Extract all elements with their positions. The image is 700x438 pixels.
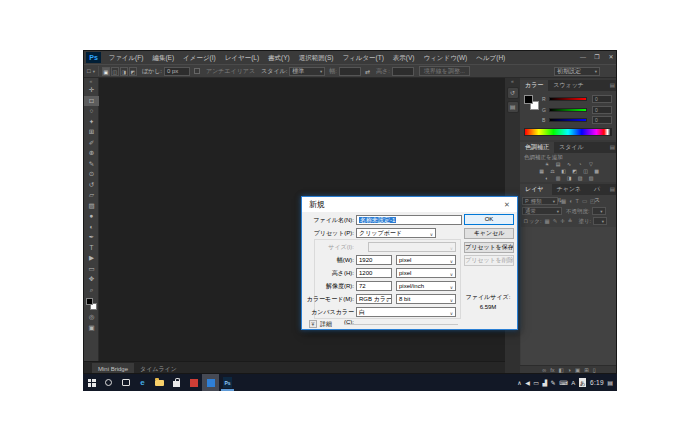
- file-explorer-icon[interactable]: [151, 374, 168, 391]
- tray-ime-pad-icon[interactable]: ⌨: [559, 379, 568, 387]
- menu-window[interactable]: ウィンドウ(W): [419, 51, 472, 64]
- tab-channels[interactable]: チャンネル: [552, 184, 589, 195]
- menu-filter[interactable]: フィルター(T): [338, 51, 388, 64]
- cancel-button[interactable]: キャンセル: [464, 228, 514, 239]
- menu-select[interactable]: 選択範囲(S): [294, 51, 338, 64]
- toolbar-collapse-button[interactable]: «: [84, 78, 98, 85]
- add-layer-mask-icon[interactable]: ◧: [558, 366, 563, 374]
- photoshop-active-icon[interactable]: [202, 374, 219, 391]
- channel-slider[interactable]: [549, 118, 587, 122]
- width-unit-dropdown[interactable]: pixel∨: [396, 255, 456, 265]
- height-unit-dropdown[interactable]: pixel∨: [396, 268, 456, 278]
- hand-tool[interactable]: ✥: [84, 274, 99, 285]
- dialog-close-button[interactable]: ✕: [499, 198, 515, 211]
- tray-chevron-up-icon[interactable]: ∧: [517, 379, 521, 387]
- advanced-expander-icon[interactable]: ¥: [309, 320, 317, 328]
- channel-value-input[interactable]: 0: [592, 106, 612, 114]
- resolution-unit-dropdown[interactable]: pixel/inch∨: [396, 281, 456, 291]
- start-button[interactable]: [83, 374, 100, 391]
- antialias-checkbox[interactable]: [194, 68, 200, 74]
- panel-menu-icon[interactable]: ▤: [610, 80, 617, 91]
- resolution-input[interactable]: 72: [356, 281, 392, 291]
- tray-pen-icon[interactable]: ✎: [551, 379, 556, 387]
- minimize-button[interactable]: —: [576, 51, 590, 64]
- channel-slider[interactable]: [549, 108, 587, 112]
- height-input[interactable]: [392, 67, 414, 76]
- tab-mini-bridge[interactable]: Mini Bridge: [92, 363, 134, 374]
- task-view-button[interactable]: [117, 374, 134, 391]
- zoom-tool[interactable]: ⌕: [84, 285, 99, 296]
- menu-edit[interactable]: 編集(E): [148, 51, 179, 64]
- panel-menu-icon[interactable]: ▤: [610, 184, 617, 195]
- restore-button[interactable]: ❐: [590, 51, 604, 64]
- new-layer-icon[interactable]: ⊞: [584, 366, 589, 374]
- photoshop-pinned-icon[interactable]: Ps: [219, 374, 236, 391]
- gradient-tool[interactable]: ▨: [84, 201, 99, 212]
- subtract-from-selection-icon[interactable]: ◨: [120, 67, 128, 76]
- tray-network-icon[interactable]: ▟: [542, 379, 547, 387]
- adj-brightness-contrast-icon[interactable]: ☀: [543, 161, 552, 167]
- adj-levels-icon[interactable]: ▤: [554, 161, 563, 167]
- style-dropdown[interactable]: 標準 ▾: [289, 67, 325, 76]
- filter-pixel-layers-icon[interactable]: ▦: [561, 198, 566, 204]
- path-selection-tool[interactable]: ▶: [84, 253, 99, 264]
- opacity-input[interactable]: ▾: [592, 207, 606, 215]
- strip-collapse-button[interactable]: «: [505, 78, 520, 85]
- tab-swatches[interactable]: スウォッチ: [548, 80, 589, 91]
- healing-brush-tool[interactable]: ⊕: [84, 148, 99, 159]
- brush-tool[interactable]: ✎: [84, 159, 99, 170]
- channel-slider[interactable]: [549, 97, 587, 101]
- menu-layer[interactable]: レイヤー(L): [220, 51, 263, 64]
- tool-preset-picker[interactable]: □ ▾: [87, 68, 95, 74]
- lock-image-icon[interactable]: ✎: [553, 218, 558, 224]
- new-adjustment-layer-icon[interactable]: ◑: [568, 366, 571, 374]
- tab-layers[interactable]: レイヤー: [520, 184, 552, 195]
- tab-adjustments[interactable]: 色調補正: [520, 142, 554, 153]
- tab-color[interactable]: カラー: [520, 80, 548, 91]
- panel-menu-icon[interactable]: ▤: [610, 142, 617, 153]
- store-icon[interactable]: [168, 374, 185, 391]
- adj-curves-icon[interactable]: ∿: [565, 161, 574, 167]
- tray-volume-icon[interactable]: ◀: [525, 379, 530, 387]
- clone-stamp-tool[interactable]: ⊙: [84, 169, 99, 180]
- collapsed-minibridge-panel-button[interactable]: ▤: [507, 101, 519, 113]
- preset-dropdown[interactable]: クリップボード∨: [356, 228, 436, 238]
- panel-foreground-swatch[interactable]: [524, 95, 533, 104]
- feather-input[interactable]: 0 px: [164, 67, 190, 76]
- menu-image[interactable]: イメージ(I): [179, 51, 221, 64]
- close-button[interactable]: ✕: [604, 51, 617, 64]
- blend-mode-dropdown[interactable]: 通常 ▾: [522, 207, 562, 215]
- bitdepth-dropdown[interactable]: 8 bit∨: [396, 294, 456, 304]
- foreground-color-swatch[interactable]: [86, 298, 93, 305]
- tray-clock[interactable]: 6:19: [590, 379, 604, 387]
- crop-tool[interactable]: ⊞: [84, 127, 99, 138]
- delete-layer-icon[interactable]: ▯: [593, 366, 596, 374]
- quick-selection-tool[interactable]: ✦: [84, 117, 99, 128]
- new-group-icon[interactable]: ▣: [575, 366, 580, 374]
- adj-posterize-icon[interactable]: ▥: [554, 175, 563, 181]
- rectangular-marquee-tool[interactable]: □: [84, 96, 99, 107]
- colormode-dropdown[interactable]: RGB カラー∨: [356, 294, 392, 304]
- tab-timeline[interactable]: タイムライン: [134, 363, 183, 374]
- edge-icon[interactable]: e: [134, 374, 151, 391]
- adj-channel-mixer-icon[interactable]: ◫: [581, 168, 590, 174]
- layer-filter-dropdown[interactable]: Ρ 種類 ▾: [522, 197, 558, 205]
- lock-all-icon[interactable]: ≙: [568, 218, 573, 224]
- link-layers-icon[interactable]: ∞: [542, 366, 546, 374]
- history-brush-tool[interactable]: ↺: [84, 180, 99, 191]
- pen-tool[interactable]: ✒: [84, 232, 99, 243]
- tab-paths[interactable]: パス: [589, 184, 610, 195]
- menu-file[interactable]: ファイル(F): [104, 51, 148, 64]
- adj-photo-filter-icon[interactable]: ◩: [570, 168, 579, 174]
- channel-value-input[interactable]: 0: [592, 95, 612, 103]
- adj-selective-color-icon[interactable]: ▨: [587, 175, 596, 181]
- canvascolor-dropdown[interactable]: 白∨: [356, 307, 456, 317]
- adj-vibrance-icon[interactable]: ▽: [587, 161, 596, 167]
- ok-button[interactable]: OK: [464, 214, 514, 225]
- collapsed-history-panel-button[interactable]: ↺: [507, 87, 519, 99]
- app-red-icon[interactable]: [185, 374, 202, 391]
- adj-invert-icon[interactable]: ◐: [543, 175, 552, 181]
- lasso-tool[interactable]: ○: [84, 106, 99, 117]
- color-spectrum-ramp[interactable]: [524, 128, 612, 136]
- adj-hue-saturation-icon[interactable]: ▦: [537, 168, 546, 174]
